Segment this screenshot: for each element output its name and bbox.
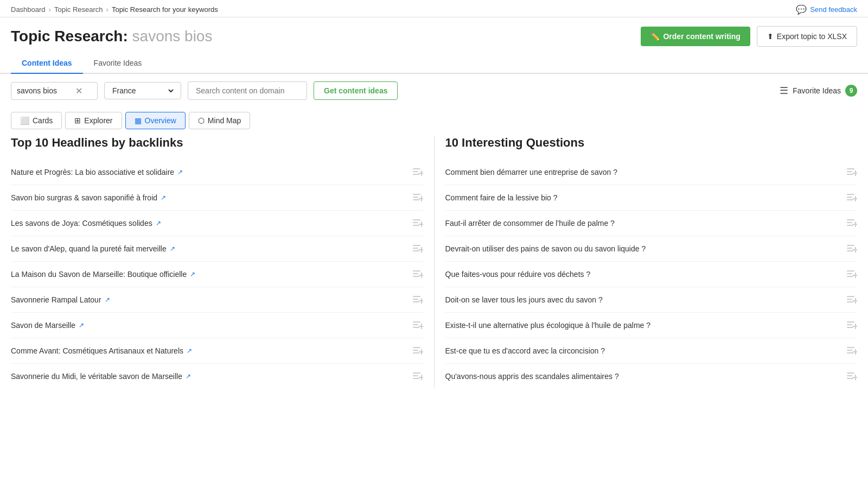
view-tab-cards[interactable]: ⬜ Cards — [11, 112, 62, 129]
question-item: Doit-on se laver tous les jours avec du … — [445, 287, 858, 313]
headline-link[interactable]: Les savons de Joya: Cosmétiques solides … — [11, 219, 412, 228]
svg-rect-47 — [847, 174, 853, 175]
headline-text: La Maison du Savon de Marseille: Boutiqu… — [11, 270, 187, 279]
headline-link[interactable]: Savonnerie Rampal Latour ↗ — [11, 295, 412, 304]
add-to-favorites-icon[interactable] — [846, 346, 857, 356]
headline-link[interactable]: Savon de Marseille ↗ — [11, 321, 412, 330]
svg-rect-36 — [413, 350, 418, 351]
headline-text: Savonnerie Rampal Latour — [11, 295, 101, 304]
question-item: Que faites-vous pour réduire vos déchets… — [445, 262, 858, 287]
breadcrumb-current: Topic Research for your keywords — [112, 5, 218, 14]
svg-rect-0 — [413, 168, 420, 169]
view-tab-mind-map-label: Mind Map — [208, 116, 241, 125]
headline-text: Savon de Marseille — [11, 321, 75, 330]
favorite-count-badge: 9 — [845, 85, 857, 97]
svg-rect-7 — [413, 199, 419, 200]
svg-rect-86 — [847, 375, 852, 376]
clear-keyword-button[interactable]: ✕ — [75, 86, 82, 96]
svg-rect-57 — [847, 225, 853, 226]
svg-rect-82 — [847, 352, 853, 354]
add-to-favorites-icon[interactable] — [846, 295, 857, 305]
add-to-favorites-icon[interactable] — [846, 218, 857, 228]
add-to-favorites-icon[interactable] — [846, 320, 857, 330]
question-item: Comment bien démarrer une entreprise de … — [445, 160, 858, 185]
explorer-icon: ⊞ — [74, 116, 81, 125]
headline-link[interactable]: Nature et Progrès: La bio associative et… — [11, 168, 412, 176]
svg-rect-6 — [413, 197, 418, 198]
svg-rect-61 — [847, 248, 852, 249]
mindmap-icon: ⬡ — [198, 116, 205, 125]
svg-rect-37 — [413, 352, 419, 354]
svg-rect-11 — [413, 222, 418, 223]
add-to-favorites-icon[interactable] — [412, 320, 423, 330]
add-to-favorites-icon[interactable] — [412, 244, 423, 254]
view-tabs: ⬜ Cards ⊞ Explorer ▦ Overview ⬡ Mind Map — [0, 108, 868, 136]
add-to-favorites-icon[interactable] — [846, 371, 857, 381]
external-link-icon: ↗ — [177, 168, 183, 176]
header-actions: ✏️ Order content writing ⬆ Export topic … — [641, 26, 857, 47]
headline-item: Savonnerie Rampal Latour ↗ — [11, 287, 423, 313]
svg-rect-60 — [847, 245, 854, 246]
view-tab-overview[interactable]: ▦ Overview — [125, 112, 186, 129]
add-to-favorites-icon[interactable] — [412, 295, 423, 305]
breadcrumb-dashboard[interactable]: Dashboard — [11, 5, 46, 14]
tab-favorite-ideas-label: Favorite Ideas — [94, 59, 142, 67]
export-icon: ⬆ — [767, 32, 774, 41]
svg-rect-22 — [413, 276, 419, 277]
svg-rect-70 — [847, 296, 854, 297]
question-text: Faut-il arrêter de consommer de l'huile … — [445, 219, 847, 228]
domain-search-input[interactable] — [188, 81, 307, 100]
headline-link[interactable]: Comme Avant: Cosmétiques Artisanaux et N… — [11, 346, 412, 355]
add-to-favorites-icon[interactable] — [846, 269, 857, 279]
add-to-favorites-icon[interactable] — [846, 167, 857, 177]
external-link-icon: ↗ — [79, 321, 84, 329]
svg-rect-31 — [413, 324, 418, 325]
headline-link[interactable]: Savon bio surgras & savon saponifié à fr… — [11, 193, 412, 202]
add-to-favorites-icon[interactable] — [412, 346, 423, 356]
svg-rect-40 — [413, 373, 420, 374]
svg-rect-32 — [413, 327, 419, 328]
view-tab-mind-map[interactable]: ⬡ Mind Map — [189, 112, 250, 129]
add-to-favorites-icon[interactable] — [412, 269, 423, 279]
page-title: Topic Research: savons bios — [11, 28, 212, 45]
tab-favorite-ideas[interactable]: Favorite Ideas — [83, 53, 153, 74]
svg-rect-76 — [847, 324, 852, 325]
add-to-favorites-icon[interactable] — [412, 193, 423, 203]
headline-link[interactable]: La Maison du Savon de Marseille: Boutiqu… — [11, 270, 412, 279]
keyword-input[interactable] — [17, 86, 71, 95]
get-content-ideas-button[interactable]: Get content ideas — [314, 81, 398, 100]
order-content-writing-button[interactable]: ✏️ Order content writing — [641, 27, 750, 46]
svg-rect-75 — [847, 321, 854, 323]
question-item: Qu'avons-nous appris des scandales alime… — [445, 364, 858, 389]
question-text: Comment faire de la lessive bio ? — [445, 193, 847, 202]
export-xlsx-button[interactable]: ⬆ Export topic to XLSX — [757, 26, 857, 47]
country-select-wrap[interactable]: France Germany United States United King… — [104, 82, 181, 99]
country-select[interactable]: France Germany United States United King… — [110, 86, 175, 96]
svg-rect-42 — [413, 378, 419, 379]
favorite-ideas-filter-button[interactable]: ☰ Favorite Ideas 9 — [780, 85, 857, 97]
external-link-icon: ↗ — [186, 373, 191, 380]
breadcrumb-sep2: › — [106, 5, 108, 14]
view-tab-explorer[interactable]: ⊞ Explorer — [65, 112, 122, 129]
main-tabs: Content Ideas Favorite Ideas — [0, 53, 868, 74]
svg-rect-51 — [847, 197, 852, 198]
add-to-favorites-icon[interactable] — [412, 371, 423, 381]
tab-content-ideas[interactable]: Content Ideas — [11, 53, 83, 74]
chat-icon: 💬 — [796, 4, 807, 15]
send-feedback-button[interactable]: 💬 Send feedback — [796, 4, 857, 15]
view-tab-explorer-label: Explorer — [84, 116, 112, 125]
add-to-favorites-icon[interactable] — [412, 167, 423, 177]
view-tab-cards-label: Cards — [33, 116, 53, 125]
add-to-favorites-icon[interactable] — [846, 193, 857, 203]
external-link-icon: ↗ — [190, 270, 195, 278]
add-to-favorites-icon[interactable] — [412, 218, 423, 228]
breadcrumb-topic-research[interactable]: Topic Research — [54, 5, 103, 14]
headline-link[interactable]: Le savon d'Alep, quand la pureté fait me… — [11, 244, 412, 253]
add-to-favorites-icon[interactable] — [846, 244, 857, 254]
svg-rect-85 — [847, 373, 854, 374]
headline-link[interactable]: Savonnerie du Midi, le véritable savon d… — [11, 372, 412, 381]
question-text: Existe-t-il une alternative plus écologi… — [445, 321, 847, 330]
svg-rect-66 — [847, 273, 852, 274]
headline-item: Nature et Progrès: La bio associative et… — [11, 160, 423, 185]
svg-rect-27 — [413, 301, 419, 302]
